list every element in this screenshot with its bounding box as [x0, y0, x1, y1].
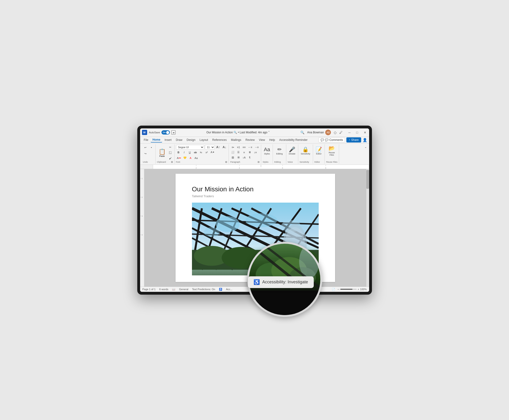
reuse-files-btn-label: ReuseFiles — [329, 151, 335, 156]
paragraph-label-row: Paragraph ⊡ — [230, 161, 259, 163]
ribbon-expand-button[interactable]: ⌄ — [363, 144, 368, 164]
font-size-decrease[interactable]: A↓ — [221, 145, 227, 150]
font-group-label: Font — [176, 161, 180, 163]
strikethrough-button[interactable]: ab — [193, 150, 198, 155]
clipboard-expand[interactable]: ⊡ — [171, 161, 173, 163]
menu-home[interactable]: Home — [151, 137, 162, 142]
reuse-files-button[interactable]: 📂 ReuseFiles — [326, 145, 338, 157]
italic-button[interactable]: I — [182, 150, 187, 155]
menu-view[interactable]: View — [257, 138, 267, 142]
account-icon[interactable]: 👤 — [362, 138, 367, 142]
paragraph-expand[interactable]: ⊡ — [258, 161, 259, 163]
numbering-button[interactable]: ≡1 — [236, 145, 241, 150]
menu-references[interactable]: References — [211, 138, 229, 142]
menu-help[interactable]: Help — [267, 138, 277, 142]
subscript-button[interactable]: x₂ — [199, 150, 204, 155]
font-size-increase[interactable]: A↑ — [215, 145, 221, 150]
menu-file[interactable]: File — [142, 138, 150, 142]
undo-controls: ↩ ▾ — [143, 145, 154, 150]
vertical-scrollbar[interactable] — [366, 169, 369, 287]
underline-button[interactable]: U — [187, 150, 192, 155]
layout-icon[interactable]: 📄 — [332, 288, 335, 291]
scrollbar-thumb[interactable] — [366, 170, 369, 189]
comments-button[interactable]: 💬 💬 Comments — [318, 137, 345, 142]
shading-button[interactable]: ▨ — [230, 155, 235, 160]
undo-dropdown[interactable]: ▾ — [149, 145, 154, 150]
voice-group-label: Voice — [288, 161, 297, 163]
menu-draw[interactable]: Draw — [174, 138, 184, 142]
editor-btn-label: Editor — [316, 153, 322, 155]
highlight-button[interactable]: 💛 — [182, 156, 187, 160]
zoom-minus-button[interactable]: ─ — [338, 288, 339, 291]
menu-review[interactable]: Review — [243, 138, 257, 142]
editor-group-label: Editor — [314, 161, 323, 163]
increase-indent-button[interactable]: →≡ — [254, 145, 259, 150]
cut-button[interactable]: ✂ — [168, 145, 173, 150]
share-button[interactable]: ↑ Share — [346, 137, 361, 142]
maximize-button[interactable]: □ — [355, 130, 359, 135]
styles-btn-label: Styles — [264, 153, 270, 155]
user-name: Ana Bowman — [307, 131, 324, 134]
zoom-level[interactable]: 100% — [360, 288, 367, 291]
editing-button[interactable]: ✏ Editing — [274, 145, 285, 157]
font-color-button[interactable]: A — [176, 156, 182, 160]
show-formatting-button[interactable]: ¶ — [247, 155, 252, 160]
menu-insert[interactable]: Insert — [163, 138, 173, 142]
font-family-selector[interactable]: Segoe UI — [176, 145, 204, 150]
borders-button[interactable]: ⊞ — [236, 155, 241, 160]
text-predictions[interactable]: Text Predictions: On — [192, 288, 215, 291]
align-center-button[interactable]: ☰ — [236, 150, 241, 155]
zoom-slider[interactable] — [340, 289, 357, 290]
format-painter-button[interactable]: 🖌 — [168, 156, 173, 161]
user-avatar[interactable]: AB — [325, 130, 331, 135]
menu-bar-right: 💬 💬 Comments ↑ Share 👤 — [318, 137, 367, 142]
bold-button[interactable]: B — [176, 150, 181, 155]
change-case-button[interactable]: Aa — [194, 156, 199, 160]
pen-icon[interactable]: 🖊 — [339, 131, 343, 134]
menu-design[interactable]: Design — [185, 138, 197, 142]
editing-btn-label: Editing — [276, 153, 283, 155]
diamond-icon[interactable]: ◇ — [334, 130, 337, 135]
line-spacing-button[interactable]: ↕≡ — [253, 150, 258, 155]
align-right-button[interactable]: ≡ — [242, 150, 247, 155]
font-expand[interactable]: ⊡ — [225, 161, 227, 163]
sensitivity-button[interactable]: 🔒 Sensitivity — [300, 145, 312, 157]
align-left-button[interactable]: ⬜ — [230, 150, 235, 155]
menu-mailings[interactable]: Mailings — [229, 138, 243, 142]
autosave-toggle[interactable]: On — [162, 130, 170, 135]
svg-point-33 — [245, 213, 277, 227]
redo-button[interactable]: ↪ — [143, 151, 148, 157]
justify-button[interactable]: ≣ — [247, 150, 252, 155]
voice-group: 🎤 Dictate Voice — [286, 144, 298, 164]
save-to-cloud-icon[interactable]: ☁ — [171, 130, 176, 135]
multilevel-list-button[interactable]: ≡≡ — [242, 145, 247, 150]
autosave-area: AutoSave On ☁ — [149, 130, 176, 135]
close-button[interactable]: ✕ — [363, 130, 367, 135]
text-effects-button[interactable]: A✦ — [210, 150, 215, 155]
bullets-button[interactable]: ≡• — [230, 145, 235, 150]
paste-icon: 📋 — [159, 148, 166, 155]
dictate-button[interactable]: 🎤 Dictate — [288, 145, 297, 157]
editor-button[interactable]: 📝 Editor — [314, 145, 323, 157]
minimize-button[interactable]: ─ — [347, 130, 351, 135]
language[interactable]: General — [179, 288, 188, 291]
styles-button[interactable]: Aa Styles — [263, 145, 271, 157]
copy-button[interactable]: ⿺ — [168, 150, 173, 155]
paste-button[interactable]: 📋 Paste — [157, 147, 167, 159]
search-icon[interactable]: 🔍 — [300, 131, 304, 134]
document-filename[interactable]: Our Mission in Action 🔍 • Last Modified:… — [176, 131, 300, 134]
zoom-plus-button[interactable]: + — [358, 288, 359, 291]
menu-accessibility-reminder[interactable]: Accessibility Reminder — [277, 138, 310, 142]
paragraph-content: ≡• ≡1 ≡≡ ←≡ →≡ ⬜ ☰ ≡ ≣ ↕≡ — [230, 145, 259, 160]
undo-button[interactable]: ↩ — [143, 145, 148, 150]
font-color-border[interactable]: A — [188, 156, 193, 160]
font-size-selector[interactable]: 11 — [205, 145, 215, 150]
sort-button[interactable]: ↕A — [242, 155, 247, 160]
word-logo: W — [142, 130, 147, 135]
font-row2: B I U ab x₂ x² A✦ — [176, 150, 227, 155]
decrease-indent-button[interactable]: ←≡ — [247, 145, 253, 150]
superscript-button[interactable]: x² — [204, 150, 209, 155]
font-controls: Segoe UI 11 A↑ A↓ B I U ab — [176, 145, 227, 160]
status-right: 📄 ─ + 100% — [332, 288, 367, 291]
menu-layout[interactable]: Layout — [198, 138, 210, 142]
